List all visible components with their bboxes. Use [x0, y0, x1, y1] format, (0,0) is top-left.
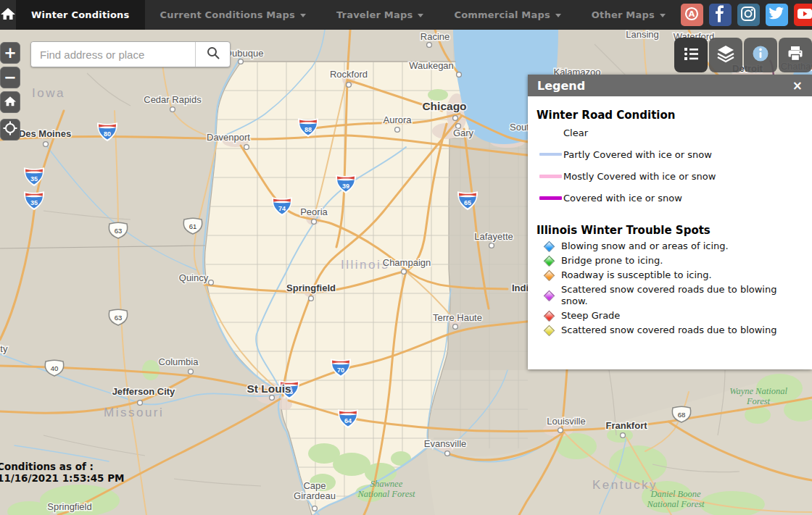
forest-label: Forest	[746, 396, 771, 406]
map-toolbar	[674, 38, 812, 72]
home-icon	[0, 7, 16, 24]
nav-label: Other Maps	[592, 9, 655, 20]
layers-button[interactable]	[709, 38, 742, 72]
search-icon	[206, 46, 220, 63]
city-dot	[453, 325, 458, 330]
trouble-spot-label: Roadway is susceptible to icing.	[561, 268, 712, 282]
nav-home-button[interactable]	[0, 0, 16, 30]
svg-text:63: 63	[115, 314, 123, 322]
search-input[interactable]	[31, 42, 195, 67]
legend-spot-item: Blowing snow and or areas of icing.	[536, 239, 803, 254]
city-dot	[138, 401, 143, 406]
trouble-spot-items: Blowing snow and or areas of icing.Bridg…	[536, 239, 803, 338]
city-label: Terre Haute	[433, 312, 482, 323]
city-dot	[395, 127, 400, 133]
road-condition-swatch	[539, 132, 562, 134]
legend-spot-item: Steep Grade	[536, 309, 803, 323]
nav-label: Winter Conditions	[31, 9, 130, 20]
locate-icon	[3, 121, 17, 138]
plus-icon: +	[4, 46, 17, 61]
city-label: Girardeau	[294, 490, 336, 501]
road-condition-heading: Winter Road Condition	[536, 109, 803, 122]
nav-tab-winter-conditions[interactable]: Winter Conditions	[16, 0, 145, 30]
nav-menu-traveler-maps[interactable]: Traveler Maps	[321, 0, 439, 30]
trouble-spot-label: Scattered snow covered roads due to blow…	[561, 282, 779, 309]
print-button[interactable]	[779, 38, 812, 72]
svg-text:74: 74	[278, 205, 286, 212]
forest-label: Wayne National	[729, 386, 787, 396]
svg-text:39: 39	[342, 183, 349, 190]
city-label: Peoria	[300, 206, 328, 217]
minus-icon: −	[4, 70, 17, 85]
facebook-link[interactable]	[709, 4, 732, 26]
forest-label: Shawnee	[370, 479, 403, 489]
city-label: Aurora	[383, 114, 412, 125]
instagram-link[interactable]	[737, 4, 760, 26]
conditions-datetime: 11/16/2021 1:53:45 PM	[0, 472, 125, 484]
top-navbar: Winter Conditions Current Conditions Map…	[0, 0, 812, 30]
legend-close-button[interactable]: ×	[792, 80, 803, 92]
home-icon	[4, 95, 17, 110]
legend-spot-item: Scattered snow covered roads due to blow…	[536, 282, 803, 309]
city-label: Evansville	[424, 438, 467, 449]
nav-menu-current-conditions-maps[interactable]: Current Conditions Maps	[145, 0, 321, 30]
default-extent-button[interactable]	[0, 91, 20, 113]
city-dot	[402, 269, 407, 275]
city-dot	[453, 116, 458, 121]
city-label: Cape	[303, 480, 326, 491]
trouble-spot-label: Bridge prone to icing.	[561, 254, 663, 268]
youtube-link[interactable]	[794, 4, 812, 26]
legend-road-item: Covered with ice or snow	[536, 187, 803, 209]
legend-header: Legend ×	[528, 75, 812, 96]
city-dot	[170, 107, 175, 112]
nav-label: Current Conditions Maps	[160, 9, 295, 20]
map-viewport[interactable]: 808835353974657055646361634068 IowaIllin…	[0, 30, 812, 515]
city-label: Quincy	[179, 272, 209, 283]
zoom-out-button[interactable]: −	[0, 67, 20, 88]
city-label: City	[0, 343, 8, 354]
city-label: Lansing	[626, 30, 659, 40]
zoom-in-button[interactable]: +	[0, 42, 20, 64]
city-label: Frankfort	[605, 420, 647, 431]
road-condition-label: Mostly Covered with ice or snow	[563, 171, 716, 182]
city-dot	[445, 451, 450, 456]
svg-text:80: 80	[104, 130, 111, 138]
svg-text:64: 64	[344, 417, 352, 424]
twitter-link[interactable]	[766, 4, 788, 26]
road-condition-label: Partly Covered with ice or snow	[563, 149, 712, 160]
svg-text:70: 70	[337, 367, 344, 374]
diamond-icon	[536, 327, 561, 335]
twitter-icon	[768, 7, 784, 24]
nav-menu-commercial-maps[interactable]: Commercial Maps	[439, 0, 576, 30]
road-condition-swatch	[539, 196, 562, 200]
city-label: Lafayette	[474, 231, 513, 242]
chevron-down-icon	[555, 14, 561, 17]
road-condition-items: ClearPartly Covered with ice or snowMost…	[536, 122, 803, 209]
legend-toggle-button[interactable]	[674, 38, 708, 72]
legend-spot-item: Scattered snow covered roads due to blow…	[536, 323, 803, 338]
city-dot	[347, 83, 352, 88]
search-button[interactable]	[195, 42, 230, 67]
legend-list-icon	[682, 44, 700, 66]
nav-menu-other-maps[interactable]: Other Maps	[576, 0, 681, 30]
trouble-spots-heading: Illinois Winter Trouble Spots	[536, 224, 803, 237]
app-a-icon: A	[684, 6, 700, 25]
print-icon	[786, 44, 805, 66]
social-links: A	[681, 0, 812, 30]
legend-spot-item: Roadway is susceptible to icing.	[536, 268, 803, 282]
forest-label: National Forest	[357, 489, 415, 499]
nav-label: Commercial Maps	[454, 9, 550, 20]
city-dot	[489, 243, 494, 248]
conditions-label: Conditions as of :	[0, 461, 125, 472]
road-condition-label: Clear	[563, 127, 588, 138]
svg-text:40: 40	[51, 364, 59, 372]
illinois-app-link[interactable]: A	[681, 4, 703, 26]
info-button[interactable]	[744, 38, 777, 72]
nav-label: Traveler Maps	[336, 9, 413, 20]
locate-button[interactable]	[0, 119, 20, 141]
city-dot	[239, 59, 244, 64]
diamond-icon	[536, 312, 561, 320]
city-dot	[244, 145, 249, 150]
state-label: Iowa	[32, 86, 65, 100]
forest-label: Daniel Boone	[650, 489, 701, 499]
